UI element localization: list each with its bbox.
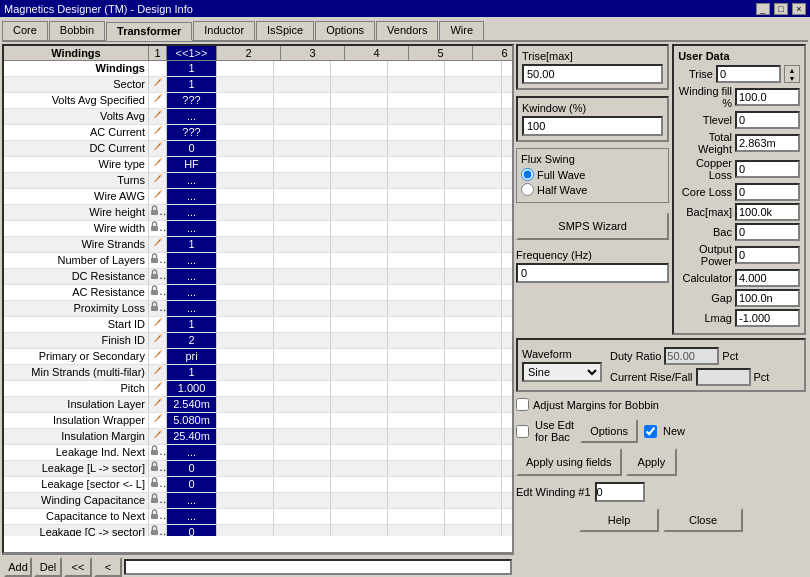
- data-cell[interactable]: [388, 77, 445, 92]
- data-cell[interactable]: [274, 445, 331, 460]
- ud-input[interactable]: [735, 88, 800, 106]
- tab-inductor[interactable]: Inductor: [193, 21, 255, 40]
- data-cell[interactable]: [331, 189, 388, 204]
- data-cell-active[interactable]: ...: [167, 493, 217, 508]
- icon-cell[interactable]: [149, 205, 167, 220]
- data-cell[interactable]: [502, 237, 512, 252]
- data-cell-active[interactable]: ...: [167, 253, 217, 268]
- adjust-margins-checkbox[interactable]: [516, 398, 529, 411]
- data-cell[interactable]: [217, 397, 274, 412]
- smps-wizard-button[interactable]: SMPS Wizard: [516, 212, 669, 240]
- data-cell[interactable]: [388, 509, 445, 524]
- icon-cell[interactable]: [149, 365, 167, 380]
- data-cell[interactable]: [274, 141, 331, 156]
- data-cell[interactable]: [217, 461, 274, 476]
- data-cell[interactable]: [388, 237, 445, 252]
- data-cell-active[interactable]: 5.080m: [167, 413, 217, 428]
- data-cell-active[interactable]: ...: [167, 109, 217, 124]
- data-cell[interactable]: [217, 365, 274, 380]
- data-cell[interactable]: [388, 349, 445, 364]
- data-cell[interactable]: [502, 445, 512, 460]
- title-bar-buttons[interactable]: _ □ ×: [755, 2, 806, 15]
- data-cell[interactable]: [331, 349, 388, 364]
- data-cell[interactable]: [502, 109, 512, 124]
- data-cell[interactable]: [388, 125, 445, 140]
- data-cell[interactable]: [502, 221, 512, 236]
- data-cell[interactable]: [217, 189, 274, 204]
- data-cell[interactable]: [388, 477, 445, 492]
- data-cell-active[interactable]: HF: [167, 157, 217, 172]
- data-cell[interactable]: [445, 205, 502, 220]
- icon-cell[interactable]: [149, 477, 167, 492]
- icon-cell[interactable]: [149, 525, 167, 536]
- data-cell[interactable]: [331, 93, 388, 108]
- data-cell[interactable]: [331, 413, 388, 428]
- data-cell[interactable]: [445, 349, 502, 364]
- data-cell[interactable]: [331, 157, 388, 172]
- data-cell[interactable]: [274, 413, 331, 428]
- data-cell[interactable]: [502, 173, 512, 188]
- data-cell[interactable]: [274, 525, 331, 536]
- data-cell[interactable]: [502, 157, 512, 172]
- icon-cell[interactable]: [149, 285, 167, 300]
- data-cell[interactable]: [388, 445, 445, 460]
- icon-cell[interactable]: [149, 509, 167, 524]
- data-cell-active[interactable]: 0: [167, 461, 217, 476]
- ud-input[interactable]: [735, 134, 800, 152]
- data-cell-active[interactable]: 1.000: [167, 381, 217, 396]
- data-cell[interactable]: [331, 381, 388, 396]
- data-cell[interactable]: [331, 61, 388, 76]
- data-cell[interactable]: [331, 125, 388, 140]
- icon-cell[interactable]: [149, 381, 167, 396]
- data-cell[interactable]: [274, 221, 331, 236]
- data-cell-active[interactable]: 1: [167, 237, 217, 252]
- data-cell[interactable]: [502, 365, 512, 380]
- data-cell[interactable]: [502, 509, 512, 524]
- tab-options[interactable]: Options: [315, 21, 375, 40]
- data-cell[interactable]: [274, 429, 331, 444]
- data-cell[interactable]: [502, 93, 512, 108]
- data-cell[interactable]: [388, 429, 445, 444]
- data-cell[interactable]: [331, 365, 388, 380]
- icon-cell[interactable]: [149, 493, 167, 508]
- scroll-up-button[interactable]: ▲: [785, 66, 799, 74]
- data-cell[interactable]: [445, 253, 502, 268]
- data-cell-active[interactable]: 2.540m: [167, 397, 217, 412]
- data-cell[interactable]: [445, 189, 502, 204]
- icon-cell[interactable]: [149, 189, 167, 204]
- new-checkbox[interactable]: [644, 425, 657, 438]
- data-cell-active[interactable]: ...: [167, 509, 217, 524]
- data-cell[interactable]: [445, 93, 502, 108]
- data-cell[interactable]: [274, 173, 331, 188]
- data-cell-active[interactable]: ...: [167, 205, 217, 220]
- data-cell[interactable]: [217, 413, 274, 428]
- data-cell[interactable]: [388, 253, 445, 268]
- data-cell[interactable]: [502, 301, 512, 316]
- data-cell[interactable]: [388, 461, 445, 476]
- data-cell[interactable]: [331, 429, 388, 444]
- data-cell-active[interactable]: 25.40m: [167, 429, 217, 444]
- data-cell[interactable]: [445, 157, 502, 172]
- data-cell[interactable]: [274, 493, 331, 508]
- data-cell[interactable]: [331, 285, 388, 300]
- data-cell-active[interactable]: 1: [167, 317, 217, 332]
- icon-cell[interactable]: [149, 317, 167, 332]
- icon-cell[interactable]: [149, 349, 167, 364]
- data-cell[interactable]: [502, 333, 512, 348]
- icon-cell[interactable]: [149, 157, 167, 172]
- data-cell[interactable]: [274, 77, 331, 92]
- data-cell[interactable]: [217, 237, 274, 252]
- data-cell[interactable]: [502, 141, 512, 156]
- data-cell[interactable]: [445, 141, 502, 156]
- icon-cell[interactable]: [149, 429, 167, 444]
- data-cell[interactable]: [217, 125, 274, 140]
- data-cell[interactable]: [388, 493, 445, 508]
- data-cell[interactable]: [388, 93, 445, 108]
- tab-transformer[interactable]: Transformer: [106, 22, 192, 41]
- scrollbar-track[interactable]: [124, 559, 512, 575]
- data-cell[interactable]: [331, 237, 388, 252]
- data-cell[interactable]: [502, 381, 512, 396]
- full-wave-radio[interactable]: [521, 168, 534, 181]
- kwindow-input[interactable]: [522, 116, 663, 136]
- data-cell[interactable]: [445, 77, 502, 92]
